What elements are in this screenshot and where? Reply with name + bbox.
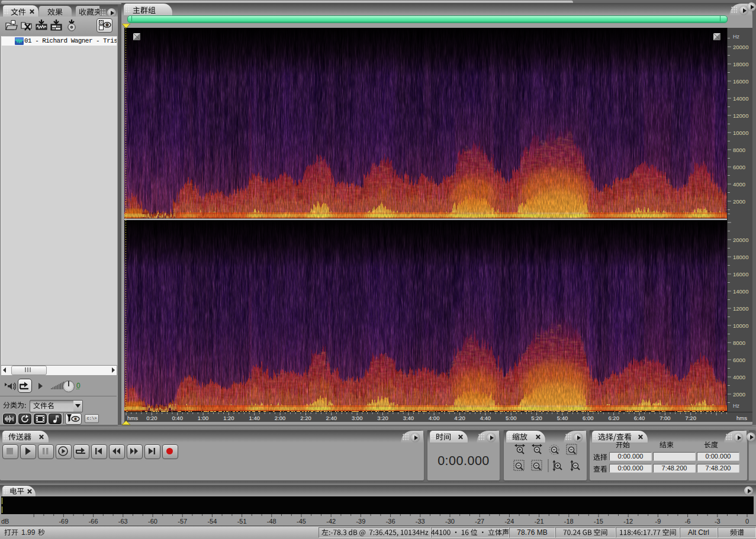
svg-text:4:40: 4:40	[480, 415, 491, 421]
svg-text:18000: 18000	[733, 254, 748, 260]
svg-text:-63: -63	[118, 518, 128, 525]
svg-text:-36: -36	[386, 518, 395, 525]
svg-text:-54: -54	[207, 518, 217, 525]
svg-text:2000: 2000	[733, 391, 745, 398]
svg-text:Hz: Hz	[733, 403, 739, 409]
svg-text:-3: -3	[715, 518, 720, 525]
svg-text:-24: -24	[504, 518, 514, 525]
svg-text:2:00: 2:00	[275, 415, 286, 421]
svg-text:-60: -60	[148, 518, 157, 525]
svg-text:-66: -66	[89, 518, 98, 525]
svg-text:-45: -45	[297, 518, 306, 525]
svg-text:7:20: 7:20	[685, 415, 696, 421]
svg-text:16000: 16000	[733, 78, 748, 85]
svg-text:2:40: 2:40	[326, 415, 337, 421]
svg-text:-51: -51	[237, 518, 247, 525]
svg-text:5:00: 5:00	[506, 415, 517, 421]
svg-text:0:20: 0:20	[146, 415, 157, 421]
svg-text:20000: 20000	[733, 44, 748, 50]
svg-text:12000: 12000	[733, 112, 748, 119]
svg-text:hms: hms	[127, 415, 138, 421]
svg-text:-57: -57	[178, 518, 187, 525]
svg-text:Hz: Hz	[733, 34, 739, 40]
svg-text:-21: -21	[535, 518, 544, 525]
svg-text:6:00: 6:00	[583, 415, 594, 421]
svg-text:20000: 20000	[733, 237, 748, 243]
svg-text:10000: 10000	[733, 130, 748, 136]
svg-text:0:40: 0:40	[172, 415, 183, 421]
svg-text:-42: -42	[326, 518, 336, 525]
svg-text:8000: 8000	[733, 147, 745, 153]
svg-text:-18: -18	[564, 518, 574, 525]
svg-text:5:40: 5:40	[557, 415, 568, 421]
svg-text:-48: -48	[267, 518, 276, 525]
svg-text:14000: 14000	[733, 288, 748, 295]
svg-text:-12: -12	[623, 518, 633, 525]
svg-text:8000: 8000	[733, 340, 745, 346]
svg-text:-39: -39	[356, 518, 365, 525]
svg-text:18000: 18000	[733, 61, 748, 67]
svg-text:4:00: 4:00	[429, 415, 440, 421]
svg-text:1:40: 1:40	[249, 415, 260, 421]
svg-text:3:00: 3:00	[352, 415, 363, 421]
svg-text:2000: 2000	[733, 198, 745, 205]
svg-text:-6: -6	[685, 518, 691, 525]
svg-text:3:20: 3:20	[377, 415, 388, 421]
svg-text:-69: -69	[59, 518, 68, 525]
svg-text:0: 0	[745, 518, 749, 525]
svg-text:-33: -33	[416, 518, 425, 525]
svg-text:5:20: 5:20	[531, 415, 542, 421]
svg-text:6000: 6000	[733, 164, 745, 170]
svg-text:2:20: 2:20	[300, 415, 311, 421]
svg-text:-30: -30	[445, 518, 455, 525]
svg-text:1:00: 1:00	[198, 415, 209, 421]
svg-text:16000: 16000	[733, 271, 748, 277]
svg-text:3:40: 3:40	[403, 415, 414, 421]
svg-text:hms: hms	[736, 415, 747, 421]
svg-text:dB: dB	[1, 518, 9, 525]
svg-text:6:20: 6:20	[608, 415, 619, 421]
svg-text:-27: -27	[475, 518, 484, 525]
svg-text:6:40: 6:40	[634, 415, 645, 421]
svg-text:7:00: 7:00	[660, 415, 671, 421]
svg-text:4000: 4000	[733, 374, 745, 380]
svg-text:6000: 6000	[733, 357, 745, 363]
svg-text:14000: 14000	[733, 95, 748, 102]
svg-text:-9: -9	[655, 518, 661, 525]
svg-text:12000: 12000	[733, 305, 748, 312]
svg-text:4000: 4000	[733, 181, 745, 188]
svg-text:1:20: 1:20	[223, 415, 234, 421]
svg-text:4:20: 4:20	[454, 415, 465, 421]
svg-text:10000: 10000	[733, 322, 748, 329]
svg-text:-15: -15	[594, 518, 603, 525]
